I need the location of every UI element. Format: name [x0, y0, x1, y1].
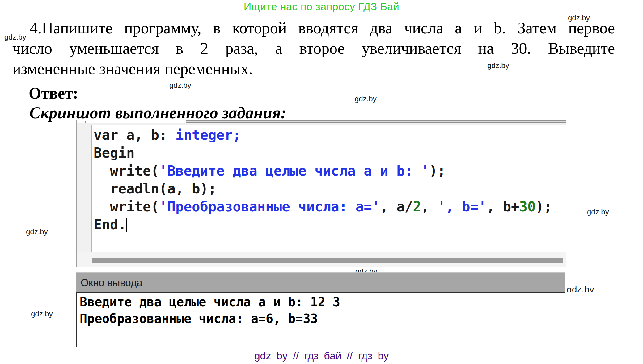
output-line: Введите два целые числа a и b: 12 3	[80, 294, 340, 310]
task-paragraph: 4.Напишите программу, в которой вводятся…	[12, 18, 615, 79]
footer-text: gdz by // гдз бай // гдз by	[0, 350, 643, 362]
editor-chrome-strip	[77, 123, 566, 125]
watermark: gdz.by	[587, 208, 609, 216]
watermark: gdz.by	[355, 95, 377, 103]
editor-top-chrome	[77, 120, 566, 125]
editor-hscrollbar-track[interactable]	[77, 252, 566, 267]
code-area[interactable]: var a, b: integer;Begin write('Введите д…	[92, 125, 566, 252]
header-banner: Ищите нас по запросу ГДЗ Бай	[0, 1, 643, 13]
watermark: gdz.by	[31, 310, 53, 318]
page: { "header": { "text": "Ищите нас по запр…	[0, 0, 643, 364]
watermark: gdz.by	[169, 81, 191, 90]
code-editor-window: var a, b: integer;Begin write('Введите д…	[76, 120, 566, 267]
answer-label: Ответ:	[29, 84, 78, 102]
code-line: End.	[94, 216, 552, 234]
output-text: Введите два целые числа a и b: 12 3Преоб…	[80, 294, 340, 327]
text-cursor	[126, 218, 127, 232]
watermark: gdz.by	[26, 227, 48, 236]
code-line: var a, b: integer;	[94, 126, 552, 144]
editor-body: var a, b: integer;Begin write('Введите д…	[77, 125, 566, 252]
editor-splitter-bar[interactable]	[186, 120, 566, 123]
editor-gutter	[77, 125, 92, 252]
editor-hscrollbar-thumb[interactable]	[92, 258, 563, 263]
output-area: Введите два целые числа a и b: 12 3Преоб…	[76, 292, 643, 347]
code-line: readln(a, b);	[94, 180, 552, 198]
task-line: измененные значения переменных.	[12, 59, 615, 79]
code-text: var a, b: integer;Begin write('Введите д…	[94, 126, 552, 234]
task-line: 4.Напишите программу, в которой вводятся…	[12, 18, 615, 38]
code-line: Begin	[94, 144, 552, 162]
code-line: write('Преобразованные числа: a=', a/2, …	[94, 198, 552, 216]
output-window-titlebar: Окно вывода	[76, 272, 565, 293]
output-window-title: Окно вывода	[81, 277, 142, 289]
output-area-topline	[77, 292, 565, 293]
code-line: write('Введите два целые числа a и b: ')…	[94, 162, 552, 180]
screenshot-caption: Скриншот выполненного задания:	[29, 103, 286, 122]
task-line: число уменьшается в 2 раза, а второе уве…	[12, 38, 615, 59]
output-line: Преобразованные числа: a=6, b=33	[80, 310, 340, 327]
